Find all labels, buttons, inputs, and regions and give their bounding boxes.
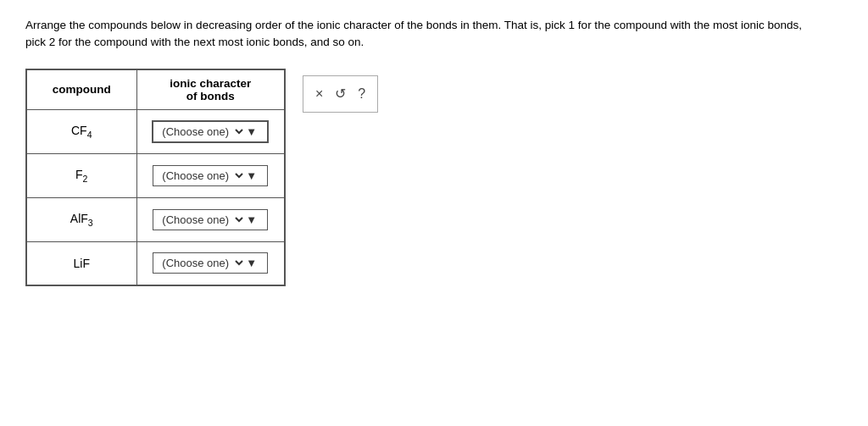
dropdown-wrapper: (Choose one)1234▼ xyxy=(153,252,268,274)
compound-cell: AlF3 xyxy=(26,197,136,241)
dropdown-cell: (Choose one)1234▼ xyxy=(136,153,285,197)
dropdown-wrapper: (Choose one)1234▼ xyxy=(153,165,268,186)
dropdown-arrow-icon: ▼ xyxy=(246,257,257,269)
dropdown-cell: (Choose one)1234▼ xyxy=(136,109,285,153)
dropdown-arrow-icon: ▼ xyxy=(246,125,257,138)
table-row: F2(Choose one)1234▼ xyxy=(26,153,285,197)
dropdown-arrow-icon: ▼ xyxy=(246,169,257,182)
compound-cell: LiF xyxy=(26,241,136,285)
instructions-text: Arrange the compounds below in decreasin… xyxy=(25,17,805,52)
compound-name: F2 xyxy=(75,168,87,181)
table-row: AlF3(Choose one)1234▼ xyxy=(26,197,285,241)
compound-table: compound ionic character of bonds CF4(Ch… xyxy=(25,69,286,287)
compound-name: CF4 xyxy=(71,124,92,137)
help-button[interactable]: ? xyxy=(358,87,365,101)
dropdown-select-3[interactable]: (Choose one)1234 xyxy=(159,256,246,270)
dropdown-wrapper: (Choose one)1234▼ xyxy=(152,120,269,143)
compound-cell: CF4 xyxy=(26,109,136,153)
compound-cell: F2 xyxy=(26,153,136,197)
compound-name: LiF xyxy=(74,257,90,270)
dropdown-cell: (Choose one)1234▼ xyxy=(136,241,285,285)
dropdown-select-2[interactable]: (Choose one)1234 xyxy=(159,213,246,227)
toolbar: × ↺ ? xyxy=(303,75,378,113)
table-row: CF4(Choose one)1234▼ xyxy=(26,109,285,153)
compound-name: AlF3 xyxy=(70,212,93,225)
undo-button[interactable]: ↺ xyxy=(335,87,346,101)
content-area: compound ionic character of bonds CF4(Ch… xyxy=(25,69,843,287)
table-row: LiF(Choose one)1234▼ xyxy=(26,241,285,285)
dropdown-wrapper: (Choose one)1234▼ xyxy=(153,209,268,230)
dropdown-arrow-icon: ▼ xyxy=(246,213,257,226)
close-button[interactable]: × xyxy=(315,87,323,101)
dropdown-select-1[interactable]: (Choose one)1234 xyxy=(159,169,246,183)
header-compound: compound xyxy=(26,69,136,110)
header-ionic: ionic character of bonds xyxy=(136,69,285,110)
dropdown-cell: (Choose one)1234▼ xyxy=(136,197,285,241)
dropdown-select-0[interactable]: (Choose one)1234 xyxy=(159,124,246,139)
